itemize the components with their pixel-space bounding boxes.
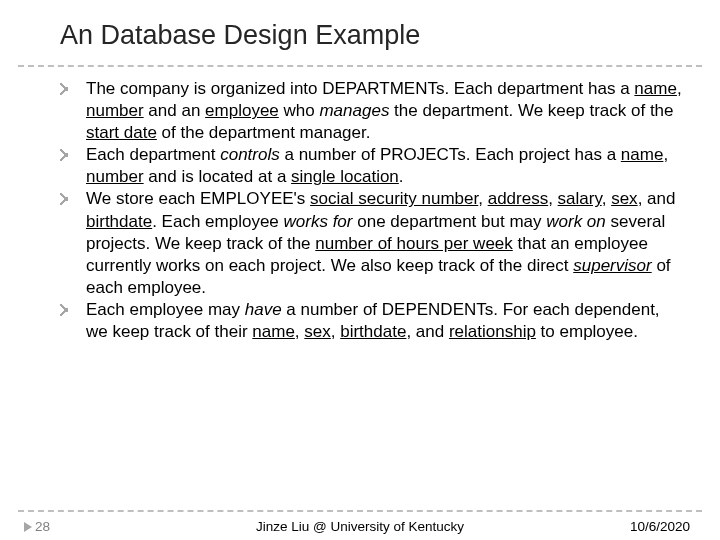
text-segment: birthdate [86, 212, 152, 231]
bullet-item: The company is organized into DEPARTMENT… [60, 78, 682, 144]
text-segment: who [279, 101, 320, 120]
text-segment: We store each EMPLOYEE's [86, 189, 310, 208]
text-segment: of the department manager. [157, 123, 371, 142]
footer: 28 Jinze Liu @ University of Kentucky 10… [0, 514, 720, 534]
bullet-list: The company is organized into DEPARTMENT… [60, 78, 682, 343]
footer-date: 10/6/2020 [630, 519, 690, 534]
text-segment: , and [638, 189, 676, 208]
footer-author: Jinze Liu @ University of Kentucky [256, 519, 464, 534]
text-segment: . Each employee [152, 212, 283, 231]
text-segment: relationship [449, 322, 536, 341]
text-segment: birthdate [340, 322, 406, 341]
text-segment: number [86, 101, 144, 120]
text-segment: have [245, 300, 282, 319]
bullet-item: Each department controls a number of PRO… [60, 144, 682, 188]
text-segment: Each department [86, 145, 220, 164]
text-segment: , [602, 189, 611, 208]
page-number-wrap: 28 [24, 519, 50, 534]
text-segment: The company is organized into DEPARTMENT… [86, 79, 634, 98]
bullet-item: Each employee may have a number of DEPEN… [60, 299, 682, 343]
text-segment: social security number [310, 189, 478, 208]
text-segment: work on [546, 212, 606, 231]
text-segment: number of hours per week [315, 234, 513, 253]
divider-top [18, 65, 702, 67]
text-segment: name [621, 145, 664, 164]
text-segment: address [488, 189, 548, 208]
text-segment: , [331, 322, 340, 341]
text-segment: name [252, 322, 295, 341]
text-segment: works for [284, 212, 353, 231]
text-segment: , [677, 79, 682, 98]
text-segment: supervisor [573, 256, 651, 275]
page-number: 28 [35, 519, 50, 534]
slide: An Database Design Example The company i… [0, 0, 720, 540]
text-segment: . [399, 167, 404, 186]
text-segment: start date [86, 123, 157, 142]
text-segment: the department. We keep track of the [389, 101, 673, 120]
bullet-item: We store each EMPLOYEE's social security… [60, 188, 682, 298]
text-segment: controls [220, 145, 280, 164]
text-segment: , [478, 189, 487, 208]
text-segment: and is located at a [144, 167, 291, 186]
text-segment: sex [304, 322, 330, 341]
text-segment: salary [558, 189, 602, 208]
text-segment: , and [406, 322, 449, 341]
text-segment: one department but may [353, 212, 547, 231]
slide-title: An Database Design Example [60, 20, 690, 51]
text-segment: number [86, 167, 144, 186]
text-segment: a number of PROJECTs. Each project has a [280, 145, 621, 164]
page-arrow-icon [24, 522, 32, 532]
text-segment: , [663, 145, 668, 164]
text-segment: Each employee may [86, 300, 245, 319]
text-segment: and an [144, 101, 205, 120]
text-segment: to employee. [536, 322, 638, 341]
text-segment: name [634, 79, 677, 98]
text-segment: manages [319, 101, 389, 120]
text-segment: , [295, 322, 304, 341]
content-area: The company is organized into DEPARTMENT… [60, 78, 682, 504]
text-segment: sex [611, 189, 637, 208]
text-segment: , [548, 189, 557, 208]
text-segment: employee [205, 101, 279, 120]
text-segment: single location [291, 167, 399, 186]
divider-bottom [18, 510, 702, 512]
